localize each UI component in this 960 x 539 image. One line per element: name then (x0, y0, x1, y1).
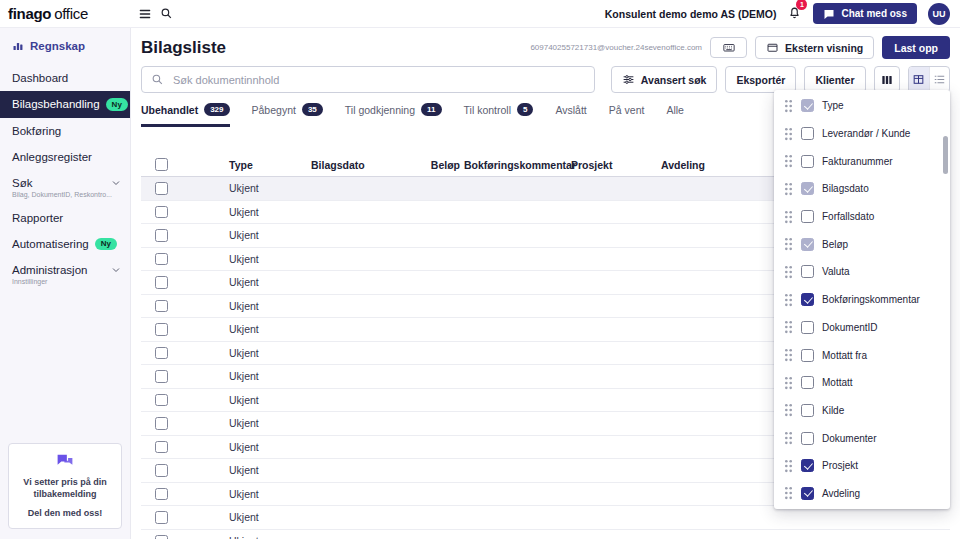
search-icon[interactable] (156, 5, 177, 22)
drag-handle-icon[interactable] (784, 99, 793, 113)
row-checkbox[interactable] (155, 394, 168, 407)
drag-handle-icon[interactable] (784, 127, 793, 141)
column-checkbox[interactable] (801, 432, 814, 445)
select-all-checkbox[interactable] (155, 158, 168, 171)
row-checkbox[interactable] (155, 300, 168, 313)
avatar[interactable]: UU (928, 3, 950, 25)
row-type-value[interactable]: Ukjent (229, 441, 311, 453)
row-checkbox[interactable] (155, 253, 168, 266)
notifications-button[interactable]: 1 (787, 3, 802, 24)
feedback-link[interactable]: Del den med oss! (15, 508, 115, 518)
column-picker-item[interactable]: Prosjekt (774, 452, 950, 480)
drag-handle-icon[interactable] (784, 154, 793, 168)
row-type-value[interactable]: Ukjent (229, 535, 311, 539)
drag-handle-icon[interactable] (784, 431, 793, 445)
drag-handle-icon[interactable] (784, 459, 793, 473)
drag-handle-icon[interactable] (784, 265, 793, 279)
row-type-value[interactable]: Ukjent (229, 323, 311, 335)
column-picker-item[interactable]: Avdeling (774, 480, 950, 508)
export-button[interactable]: Eksportér (725, 66, 796, 93)
sidebar-item-søk[interactable]: Søk Bilag, DokumentID, Reskontro... (0, 170, 130, 205)
sidebar-item-rapporter[interactable]: Rapporter (0, 205, 130, 231)
drag-handle-icon[interactable] (784, 293, 793, 307)
column-checkbox[interactable] (801, 487, 814, 500)
sidebar-item-bokføring[interactable]: Bokføring (0, 118, 130, 144)
advanced-search-button[interactable]: Avansert søk (611, 66, 718, 93)
row-checkbox[interactable] (155, 417, 168, 430)
column-picker-item[interactable]: Valuta (774, 258, 950, 286)
column-picker-button[interactable] (874, 66, 900, 93)
sidebar-section-regnskap[interactable]: Regnskap (0, 38, 130, 65)
company-name[interactable]: Konsulent demo demo AS (DEMO) (605, 8, 777, 20)
keyboard-button[interactable] (710, 37, 747, 58)
tab-ubehandlet[interactable]: Ubehandlet 329 (141, 103, 230, 127)
sidebar-item-automatisering[interactable]: Automatisering Ny (0, 231, 130, 258)
tab-til-kontroll[interactable]: Til kontroll 5 (464, 103, 534, 127)
column-picker-item[interactable]: Dokumenter (774, 424, 950, 452)
column-picker-item[interactable]: Leverandør / Kunde (774, 120, 950, 148)
drag-handle-icon[interactable] (784, 403, 793, 417)
document-search[interactable] (141, 66, 595, 93)
column-checkbox[interactable] (801, 238, 814, 251)
drag-handle-icon[interactable] (784, 182, 793, 196)
sidebar-item-administrasjon[interactable]: Administrasjon Innstillinger (0, 257, 130, 292)
drag-handle-icon[interactable] (784, 237, 793, 251)
table-row[interactable]: Ukjent (141, 506, 950, 530)
column-checkbox[interactable] (801, 155, 814, 168)
column-checkbox[interactable] (801, 127, 814, 140)
column-checkbox[interactable] (801, 210, 814, 223)
sidebar-item-anleggsregister[interactable]: Anleggsregister (0, 144, 130, 170)
drag-handle-icon[interactable] (784, 376, 793, 390)
tab-avslått[interactable]: Avslått (555, 103, 586, 127)
column-picker-item[interactable]: Mottatt fra (774, 341, 950, 369)
row-checkbox[interactable] (155, 370, 168, 383)
column-checkbox[interactable] (801, 321, 814, 334)
row-type-value[interactable]: Ukjent (229, 229, 311, 241)
sidebar-item-dashboard[interactable]: Dashboard (0, 65, 130, 91)
column-checkbox[interactable] (801, 182, 814, 195)
row-checkbox[interactable] (155, 511, 168, 524)
column-picker-item[interactable]: Type (774, 92, 950, 120)
row-checkbox[interactable] (155, 229, 168, 242)
tab-påbegynt[interactable]: Påbegynt 35 (252, 103, 323, 127)
row-type-value[interactable]: Ukjent (229, 370, 311, 382)
row-type-value[interactable]: Ukjent (229, 206, 311, 218)
tab-på-vent[interactable]: På vent (609, 103, 645, 127)
drag-handle-icon[interactable] (784, 210, 793, 224)
finago-logo[interactable]: finagooffice (8, 5, 88, 22)
row-checkbox[interactable] (155, 323, 168, 336)
column-checkbox[interactable] (801, 349, 814, 362)
search-input[interactable] (171, 73, 585, 87)
column-checkbox[interactable] (801, 376, 814, 389)
column-picker-item[interactable]: Fakturanummer (774, 147, 950, 175)
feedback-card[interactable]: Vi setter pris på din tilbakemelding Del… (8, 443, 122, 529)
drag-handle-icon[interactable] (784, 348, 793, 362)
row-type-value[interactable]: Ukjent (229, 300, 311, 312)
column-checkbox[interactable] (801, 459, 814, 472)
row-type-value[interactable]: Ukjent (229, 394, 311, 406)
table-row[interactable]: Ukjent (141, 530, 950, 539)
column-picker-item[interactable]: Beløp (774, 230, 950, 258)
row-type-value[interactable]: Ukjent (229, 253, 311, 265)
row-checkbox[interactable] (155, 206, 168, 219)
external-view-button[interactable]: Ekstern visning (755, 36, 874, 59)
column-checkbox[interactable] (801, 99, 814, 112)
clients-button[interactable]: Klienter (804, 66, 865, 93)
column-checkbox[interactable] (801, 404, 814, 417)
column-picker-item[interactable]: Mottatt (774, 369, 950, 397)
row-checkbox[interactable] (155, 276, 168, 289)
drag-handle-icon[interactable] (784, 320, 793, 334)
column-picker-item[interactable]: Bokføringskommentar (774, 286, 950, 314)
column-picker-item[interactable]: Bilagsdato (774, 175, 950, 203)
row-type-value[interactable]: Ukjent (229, 182, 311, 194)
row-type-value[interactable]: Ukjent (229, 464, 311, 476)
row-checkbox[interactable] (155, 182, 168, 195)
table-view-button[interactable] (909, 67, 929, 92)
row-checkbox[interactable] (155, 535, 168, 539)
column-checkbox[interactable] (801, 293, 814, 306)
tab-alle[interactable]: Alle (666, 103, 684, 127)
menu-icon[interactable] (134, 5, 156, 23)
row-checkbox[interactable] (155, 488, 168, 501)
column-picker-item[interactable]: Kilde (774, 397, 950, 425)
column-picker-item[interactable]: Forfallsdato (774, 203, 950, 231)
